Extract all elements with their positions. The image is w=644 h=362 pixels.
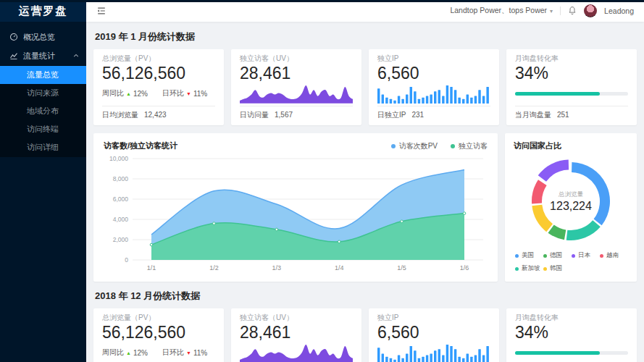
trend-row: 周同比 ▲ 12% 日环比 ▼ 11% bbox=[102, 342, 215, 362]
svg-text:1/3: 1/3 bbox=[272, 264, 282, 272]
svg-text:1/2: 1/2 bbox=[209, 264, 219, 272]
stat-footer: 日独立IP231 bbox=[377, 106, 490, 122]
sidebar-subitem-visit-detail[interactable]: 访问详细 bbox=[0, 138, 86, 156]
trend-label: 周同比 bbox=[102, 88, 124, 98]
stat-value: 6,560 bbox=[377, 323, 490, 342]
legend-item[interactable]: 独立访客 bbox=[451, 141, 488, 151]
visitors-chart-card: 访客数/独立访客统计 访客次数PV独立访客 02,0004,0006,0008,… bbox=[93, 133, 498, 282]
top-strip bbox=[0, 0, 644, 2]
donut-chart: 总浏览量 123,224 bbox=[527, 157, 615, 245]
stat-cards-row: 总浏览量（PV） 56,126,560 周同比 ▲ 12% 日环比 ▼ 11% bbox=[93, 308, 637, 362]
header-divider bbox=[560, 7, 561, 15]
traffic-submenu: 流量总览 访问来源 地域分布 访问终端 访问详细 bbox=[0, 65, 86, 157]
progress-bar bbox=[515, 351, 628, 355]
legend-label: 越南 bbox=[606, 251, 619, 260]
sidebar-subitem-visit-source[interactable]: 访问来源 bbox=[0, 84, 86, 102]
trend-value: 12% bbox=[133, 349, 148, 357]
stat-label: 独立访客（UV） bbox=[240, 313, 353, 322]
progress-bar bbox=[515, 92, 628, 96]
down-arrow-icon: ▼ bbox=[186, 91, 191, 96]
chart-legend: 访客次数PV独立访客 bbox=[391, 141, 488, 151]
sidebar-item-label: 流量统计 bbox=[23, 51, 55, 62]
up-arrow-icon: ▲ bbox=[126, 91, 131, 96]
sidebar-subitem-region-distribution[interactable]: 地域分布 bbox=[0, 102, 86, 120]
legend-dot bbox=[515, 267, 519, 271]
stat-label: 月询盘转化率 bbox=[515, 54, 628, 63]
trend-value: 11% bbox=[193, 90, 207, 98]
dashboard-page: 运营罗盘 概况总览 流量统计 流量总览 bbox=[0, 0, 644, 362]
user-name: Leadong bbox=[604, 7, 634, 15]
trend-label: 日环比 bbox=[162, 88, 184, 98]
sidebar-subitem-traffic-overview[interactable]: 流量总览 bbox=[0, 66, 86, 84]
svg-text:1/4: 1/4 bbox=[335, 264, 344, 272]
stat-cards-row: 总浏览量（PV） 56,126,560 周同比 ▲ 12% 日环比 ▼ 11% bbox=[93, 49, 637, 125]
trend-value: 12% bbox=[133, 90, 148, 98]
legend-dot bbox=[451, 144, 455, 148]
user-avatar[interactable] bbox=[584, 4, 597, 17]
stat-card-conversion: 月询盘转化率 34% 当月询盘量251 bbox=[506, 49, 637, 125]
stat-value: 34% bbox=[515, 323, 628, 342]
legend-item[interactable]: 新加坡 bbox=[515, 264, 542, 273]
sidebar-item-overview[interactable]: 概况总览 bbox=[0, 28, 86, 46]
countries-card: 访问国家占比 总浏览量 123,224 美国德国日本越南新加坡韩国 bbox=[505, 133, 637, 282]
legend-dot bbox=[572, 254, 575, 258]
legend-dot bbox=[600, 254, 603, 258]
line-chart-icon bbox=[9, 51, 18, 60]
legend-dot bbox=[391, 144, 396, 148]
app-logo: 运营罗盘 bbox=[0, 0, 86, 22]
trend-label: 日环比 bbox=[162, 348, 184, 358]
chart-header: 访客数/独立访客统计 访客次数PV独立访客 bbox=[104, 140, 488, 151]
svg-text:8,000: 8,000 bbox=[113, 175, 129, 182]
main-content: 2019 年 1 月份统计数据 总浏览量（PV） 56,126,560 周同比 … bbox=[86, 22, 644, 362]
header-bar: Landtop Power、tops Power ▾ Leadong bbox=[86, 0, 644, 22]
chart-title: 访客数/独立访客统计 bbox=[104, 140, 177, 151]
stat-value: 34% bbox=[515, 64, 628, 83]
ip-bar-chart bbox=[377, 342, 490, 362]
svg-text:1/6: 1/6 bbox=[460, 264, 469, 272]
legend-item[interactable]: 德国 bbox=[543, 251, 570, 260]
sidebar-subitem-visit-terminal[interactable]: 访问终端 bbox=[0, 120, 86, 138]
donut-legend: 美国德国日本越南新加坡韩国 bbox=[514, 251, 628, 273]
chevron-down-icon: ▾ bbox=[550, 8, 553, 14]
trend-value: 11% bbox=[193, 349, 207, 357]
legend-label: 新加坡 bbox=[522, 264, 540, 273]
stat-label: 月询盘转化率 bbox=[515, 313, 628, 322]
stat-card-ip: 独立IP 6,560 日独立IP231 bbox=[369, 308, 499, 362]
legend-item[interactable]: 访客次数PV bbox=[391, 141, 438, 151]
up-arrow-icon: ▲ bbox=[126, 350, 131, 355]
trend-label: 周同比 bbox=[102, 348, 124, 358]
legend-item[interactable]: 美国 bbox=[515, 251, 542, 260]
stat-card-uv: 独立访客（UV） 28,461 日访问量1,567 bbox=[231, 49, 361, 125]
bell-icon[interactable] bbox=[568, 6, 577, 17]
org-selector[interactable]: Landtop Power、tops Power ▾ bbox=[450, 6, 553, 16]
svg-text:1/1: 1/1 bbox=[147, 264, 156, 272]
stat-label: 总浏览量（PV） bbox=[102, 313, 215, 322]
stat-label: 独立访客（UV） bbox=[240, 54, 353, 63]
sidebar-item-traffic-stats[interactable]: 流量统计 bbox=[0, 46, 86, 65]
ip-bar-chart bbox=[377, 83, 490, 104]
menu-fold-icon[interactable] bbox=[96, 6, 106, 16]
legend-dot bbox=[543, 254, 547, 258]
stat-value: 56,126,560 bbox=[102, 64, 215, 83]
svg-text:1/5: 1/5 bbox=[397, 264, 406, 272]
svg-text:2,000: 2,000 bbox=[113, 236, 129, 243]
donut-title: 访问国家占比 bbox=[514, 140, 628, 151]
legend-item[interactable]: 日本 bbox=[572, 251, 598, 260]
legend-label: 日本 bbox=[578, 251, 590, 260]
stat-footer: 日均浏览量12,423 bbox=[102, 106, 215, 122]
stat-footer: 日访问量1,567 bbox=[240, 106, 353, 122]
stat-card-pv: 总浏览量（PV） 56,126,560 周同比 ▲ 12% 日环比 ▼ 11% bbox=[93, 308, 224, 362]
trend-row: 周同比 ▲ 12% 日环比 ▼ 11% bbox=[102, 83, 215, 104]
legend-item[interactable]: 越南 bbox=[600, 251, 627, 260]
stat-card-ip: 独立IP 6,560 日独立IP231 bbox=[369, 49, 499, 125]
stat-card-pv: 总浏览量（PV） 56,126,560 周同比 ▲ 12% 日环比 ▼ 11% bbox=[93, 49, 224, 125]
chevron-up-icon bbox=[73, 51, 79, 60]
chart-row: 访客数/独立访客统计 访客次数PV独立访客 02,0004,0006,0008,… bbox=[93, 133, 637, 282]
stat-label: 独立IP bbox=[377, 313, 490, 322]
svg-text:4,000: 4,000 bbox=[113, 216, 129, 223]
legend-label: 韩国 bbox=[550, 264, 562, 273]
stat-value: 28,461 bbox=[240, 323, 353, 342]
progress-fill bbox=[515, 92, 600, 96]
legend-item[interactable]: 韩国 bbox=[543, 264, 570, 273]
stat-value: 6,560 bbox=[377, 64, 490, 83]
